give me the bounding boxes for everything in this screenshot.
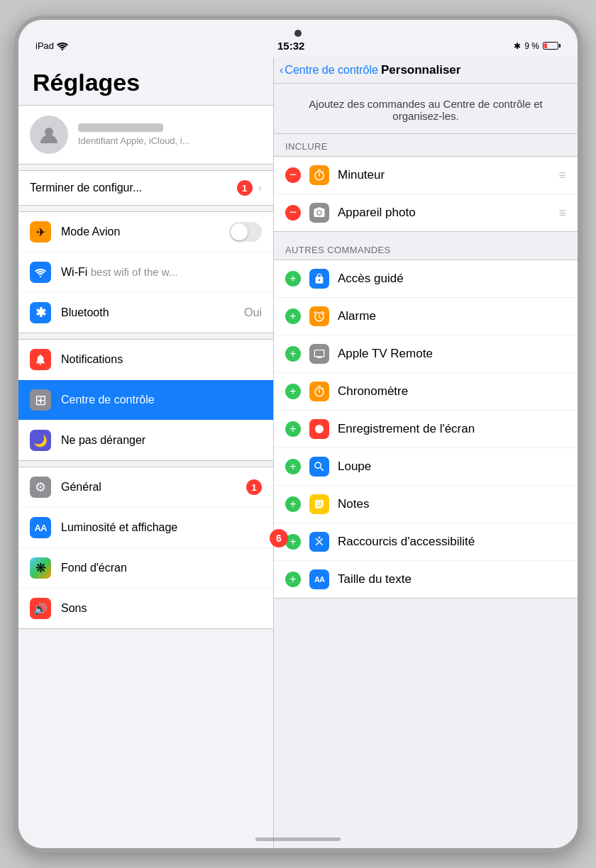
nav-back-button[interactable]: ‹ Centre de contrôle <box>280 64 378 77</box>
bluetooth-label: Bluetooth <box>61 306 234 319</box>
camera-icon <box>313 206 326 219</box>
list-item-chronometre[interactable]: Chronomètre <box>274 373 578 411</box>
bluetooth-icon: ✱ <box>30 302 51 323</box>
profile-sub: Identifiant Apple, iCloud, i... <box>78 135 262 146</box>
fond-ecran-icon: ❋ <box>30 557 51 579</box>
settings-row-centre-controle[interactable]: ⊞ Centre de contrôle <box>18 380 273 421</box>
general-icon: ⚙ <box>30 477 51 498</box>
loupe-label: Loupe <box>338 460 566 474</box>
appareil-photo-icon <box>309 203 329 223</box>
settings-row-general[interactable]: ⚙ Général 1 <box>18 467 273 508</box>
profile-name-bar <box>78 123 163 132</box>
person-icon <box>38 123 60 146</box>
right-nav: ‹ Centre de contrôle Personnaliser <box>274 57 578 84</box>
wifi-icon <box>57 42 68 50</box>
sons-label: Sons <box>61 602 262 615</box>
chronometre-icon <box>309 382 329 401</box>
lock-icon <box>314 273 325 284</box>
status-left: iPad <box>35 40 68 51</box>
raccourcis-label: Raccourcis d'accessibilité <box>338 535 566 549</box>
add-loupe-btn[interactable] <box>285 459 301 474</box>
general-label: Général <box>61 481 236 494</box>
luminosite-icon: AA <box>30 517 51 538</box>
notes-icon <box>309 494 329 514</box>
settings-row-notifications[interactable]: Notifications <box>18 340 273 380</box>
ipad-device: iPad 15:32 ✱ 9 % Réglages <box>14 16 582 852</box>
list-item-raccourcis[interactable]: Raccourcis d'accessibilité <box>274 523 578 561</box>
add-notes-btn[interactable] <box>285 496 301 512</box>
settings-row-sons[interactable]: 🔊 Sons <box>18 589 273 628</box>
timer-icon <box>313 169 326 182</box>
status-bar: iPad 15:32 ✱ 9 % <box>18 20 578 57</box>
autres-header: AUTRES COMMANDES <box>274 238 578 260</box>
list-item-enregistrement[interactable]: Enregistrement de l'écran <box>274 411 578 448</box>
apple-tv-icon <box>309 344 329 364</box>
right-panel: ‹ Centre de contrôle Personnaliser Ajout… <box>274 57 578 848</box>
settings-row-wifi[interactable]: Wi-Fi best wifi of the w... <box>18 252 273 293</box>
battery-body <box>543 42 558 50</box>
notes-label: Notes <box>338 497 566 511</box>
avatar <box>30 116 68 154</box>
minuteur-icon <box>309 165 329 185</box>
list-item-taille-texte[interactable]: AA Taille du texte <box>274 561 578 598</box>
add-apple-tv-btn[interactable] <box>285 346 301 362</box>
profile-section[interactable]: Identifiant Apple, iCloud, i... <box>18 105 273 165</box>
list-item-alarme[interactable]: Alarme <box>274 298 578 335</box>
chevron-icon: › <box>258 182 262 194</box>
add-taille-texte-btn[interactable] <box>285 572 301 587</box>
airplane-toggle[interactable] <box>229 222 262 242</box>
settings-title: Réglages <box>18 57 273 105</box>
add-alarme-btn[interactable] <box>285 308 301 324</box>
accessibility-icon <box>313 535 326 548</box>
settings-panel: Réglages Identifiant Apple, iCloud, i... <box>18 57 274 848</box>
main-content: Réglages Identifiant Apple, iCloud, i... <box>18 57 578 848</box>
list-item-acces-guide[interactable]: Accès guidé <box>274 260 578 298</box>
remove-minuteur-btn[interactable] <box>285 167 301 183</box>
network-group: ✈ Mode Avion Wi-Fi best wifi of the w... <box>18 211 273 333</box>
battery-fill <box>544 43 547 48</box>
alarme-icon <box>309 306 329 326</box>
add-chronometre-btn[interactable] <box>285 384 301 399</box>
settings-row-airplane[interactable]: ✈ Mode Avion <box>18 212 273 252</box>
airplane-icon: ✈ <box>30 221 51 243</box>
sons-icon: 🔊 <box>30 598 51 619</box>
add-acces-guide-btn[interactable] <box>285 271 301 286</box>
nav-back-label: Centre de contrôle <box>285 64 378 77</box>
list-item-loupe[interactable]: Loupe <box>274 448 578 486</box>
acces-guide-label: Accès guidé <box>338 272 566 286</box>
bluetooth-status: ✱ <box>514 41 521 51</box>
bluetooth-value: Oui <box>244 306 262 319</box>
inclure-header: INCLURE <box>274 134 578 156</box>
battery-percent: 9 % <box>524 41 539 51</box>
status-time: 15:32 <box>277 40 304 52</box>
enregistrement-label: Enregistrement de l'écran <box>338 422 566 436</box>
home-indicator <box>255 838 341 841</box>
settings-row-luminosite[interactable]: AA Luminosité et affichage <box>18 508 273 548</box>
list-item-apple-tv[interactable]: Apple TV Remote <box>274 335 578 373</box>
right-header: Ajoutez des commandes au Centre de contr… <box>274 84 578 134</box>
config-label: Terminer de configur... <box>30 182 237 194</box>
minuteur-drag-handle[interactable]: ≡ <box>558 168 566 183</box>
config-row[interactable]: Terminer de configur... 1 › <box>18 171 273 205</box>
center-badge: 6 <box>270 529 288 547</box>
enregistrement-icon <box>309 419 329 439</box>
profile-row[interactable]: Identifiant Apple, iCloud, i... <box>18 106 273 164</box>
list-item-minuteur[interactable]: Minuteur ≡ <box>274 157 578 194</box>
raccourcis-icon <box>309 532 329 552</box>
taille-texte-label: Taille du texte <box>338 572 566 586</box>
alarme-label: Alarme <box>338 309 566 323</box>
settings-row-fond-ecran[interactable]: ❋ Fond d'écran <box>18 548 273 589</box>
config-section[interactable]: Terminer de configur... 1 › <box>18 170 273 206</box>
status-right: ✱ 9 % <box>514 41 561 51</box>
settings-row-ne-pas-deranger[interactable]: 🌙 Ne pas déranger <box>18 421 273 460</box>
list-item-appareil-photo[interactable]: Appareil photo ≡ <box>274 194 578 231</box>
list-item-notes[interactable]: Notes <box>274 486 578 523</box>
appareil-photo-drag-handle[interactable]: ≡ <box>558 206 566 221</box>
centre-controle-icon: ⊞ <box>30 389 51 411</box>
add-enregistrement-btn[interactable] <box>285 421 301 437</box>
fond-ecran-label: Fond d'écran <box>61 562 262 574</box>
tv-icon <box>314 348 325 360</box>
remove-appareil-photo-btn[interactable] <box>285 205 301 221</box>
settings-row-bluetooth[interactable]: ✱ Bluetooth Oui <box>18 293 273 333</box>
notif-group: Notifications ⊞ Centre de contrôle 🌙 Ne … <box>18 339 273 461</box>
